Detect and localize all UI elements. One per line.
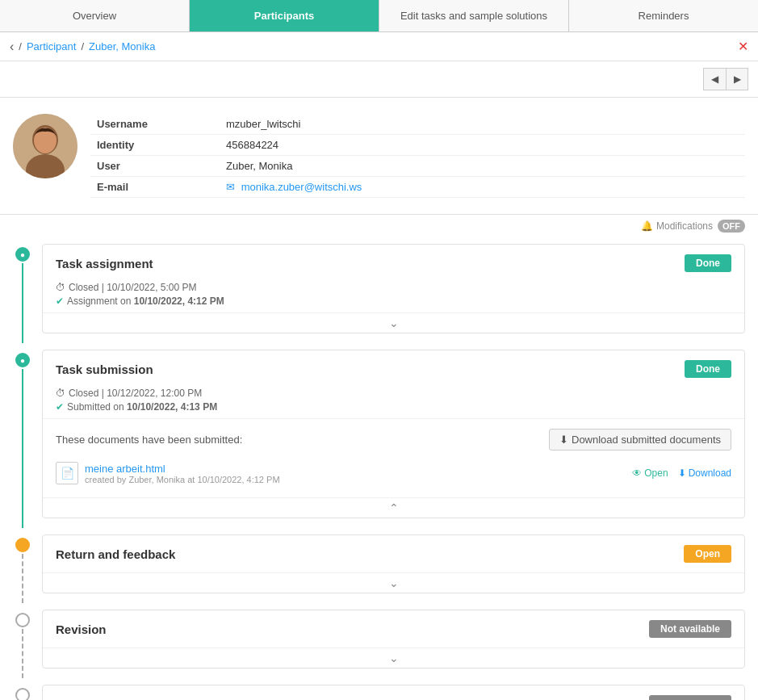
return-feedback-badge: Open: [684, 545, 731, 563]
modifications-label: Modifications: [656, 220, 713, 232]
return-feedback-card: Return and feedback Open ⌄: [42, 534, 745, 593]
return-feedback-header: Return and feedback Open: [43, 535, 744, 572]
timeline-line-submission: [22, 369, 23, 528]
revision-card: Revision Not available ⌄: [42, 610, 745, 669]
task-assignment-card: Task assignment Done ⏱ Closed | 10/10/20…: [42, 244, 745, 333]
meta-row-closed: ⏱ Closed | 10/10/2022, 5:00 PM: [56, 282, 731, 293]
tab-participants[interactable]: Participants: [190, 0, 379, 31]
task-submission-title: Task submission: [56, 363, 153, 376]
email-icon: ✉: [226, 181, 235, 193]
timeline-dot-feedback: [15, 538, 30, 552]
table-row: User Zuber, Monika: [90, 156, 745, 177]
email-cell: ✉ monika.zuber@witschi.ws: [220, 177, 745, 198]
download-label: Download: [689, 467, 731, 479]
breadcrumb-sep1: /: [19, 40, 22, 52]
modifications-bar: 🔔 Modifications OFF: [0, 215, 758, 237]
email-link[interactable]: monika.zuber@witschi.ws: [241, 181, 362, 193]
download-all-button[interactable]: ⬇ Download submitted documents: [549, 429, 731, 451]
file-name-link[interactable]: meine arbeit.html: [85, 463, 165, 475]
sample-solution-content: Sample solution Not available ⏱ Viewable…: [42, 678, 745, 700]
task-submission-collapse[interactable]: ⌃: [43, 497, 744, 518]
clock-icon-sub: ⏱: [56, 388, 65, 399]
user-info-section: Username mzuber_lwitschi Identity 456884…: [0, 98, 758, 215]
timeline-dot-assignment: ●: [15, 247, 30, 262]
eye-icon: 👁: [632, 467, 642, 479]
email-label: E-mail: [90, 177, 220, 198]
table-row: Username mzuber_lwitschi: [90, 114, 745, 135]
meta-row-assigned: ✔ Assignment on 10/10/2022, 4:12 PM: [56, 296, 731, 307]
return-feedback-collapse[interactable]: ⌄: [43, 572, 744, 593]
breadcrumb-back-icon[interactable]: ‹: [10, 40, 14, 54]
revision-content: Revision Not available ⌄: [42, 603, 745, 678]
meta-row-closed-sub: ⏱ Closed | 10/12/2022, 12:00 PM: [56, 388, 731, 399]
timeline-item-revision: Revision Not available ⌄: [13, 603, 745, 678]
breadcrumb-sep2: /: [81, 40, 84, 52]
avatar: [13, 114, 77, 178]
user-value: Zuber, Monika: [220, 156, 745, 177]
close-button[interactable]: ✕: [738, 39, 748, 54]
return-feedback-title: Return and feedback: [56, 547, 175, 561]
modifications-toggle[interactable]: OFF: [718, 220, 745, 233]
timeline-line-revision: [22, 629, 23, 678]
file-row: 📄 meine arbeit.html created by Zuber, Mo…: [56, 459, 731, 488]
check-icon-sub: ✔: [56, 401, 64, 413]
task-submission-closed: Closed | 10/12/2022, 12:00 PM: [69, 388, 202, 399]
file-info: meine arbeit.html created by Zuber, Moni…: [85, 463, 280, 484]
task-submission-badge: Done: [685, 360, 731, 378]
task-assignment-closed: Closed | 10/10/2022, 5:00 PM: [69, 282, 197, 293]
download-file-link[interactable]: ⬇ Download: [678, 467, 731, 479]
breadcrumb: ‹ / Participant / Zuber, Monika: [10, 40, 155, 54]
timeline-dot-submission: ●: [15, 353, 30, 367]
download-icon: ⬇: [559, 434, 568, 446]
timeline-line-feedback: [22, 554, 23, 603]
check-icon: ✔: [56, 296, 64, 307]
task-assignment-content: Task assignment Done ⏱ Closed | 10/10/20…: [42, 237, 745, 343]
task-submission-action: Submitted on 10/10/2022, 4:13 PM: [67, 401, 217, 413]
table-row: Identity 456884224: [90, 135, 745, 156]
next-button[interactable]: ▶: [726, 68, 748, 90]
timeline-item-task-assignment: ● Task assignment Done ⏱ Closed | 10/10/…: [13, 237, 745, 343]
timeline-left-revision: [13, 603, 32, 678]
timeline-left-feedback: [13, 528, 32, 603]
timeline-dot-revision: [15, 613, 30, 627]
timeline-item-task-submission: ● Task submission Done ⏱ Closed | 10/12/…: [13, 343, 745, 528]
meta-row-submitted: ✔ Submitted on 10/10/2022, 4:13 PM: [56, 401, 731, 413]
clock-icon: ⏱: [56, 282, 65, 293]
timeline-dot-sample: [15, 688, 30, 700]
tab-edit-tasks[interactable]: Edit tasks and sample solutions: [379, 0, 569, 31]
prev-button[interactable]: ◀: [703, 68, 726, 90]
timeline-item-sample-solution: Sample solution Not available ⏱ Viewable…: [13, 678, 745, 700]
sample-solution-title: Sample solution: [56, 698, 149, 701]
username-value: mzuber_lwitschi: [220, 114, 745, 135]
revision-badge: Not available: [649, 620, 731, 638]
breadcrumb-current: Zuber, Monika: [89, 40, 155, 52]
submitted-docs-section: These documents have been submitted: ⬇ D…: [43, 418, 744, 497]
user-label: User: [90, 156, 220, 177]
task-submission-content: Task submission Done ⏱ Closed | 10/12/20…: [42, 343, 745, 528]
file-actions: 👁 Open ⬇ Download: [632, 467, 731, 479]
timeline: ● Task assignment Done ⏱ Closed | 10/10/…: [0, 237, 758, 700]
top-nav: Overview Participants Edit tasks and sam…: [0, 0, 758, 32]
file-icon: 📄: [56, 462, 78, 484]
breadcrumb-parent[interactable]: Participant: [27, 40, 76, 52]
user-table: Username mzuber_lwitschi Identity 456884…: [90, 114, 745, 198]
revision-header: Revision Not available: [43, 610, 744, 648]
sample-solution-card: Sample solution Not available ⏱ Viewable…: [42, 685, 745, 700]
pagination-bar: ◀ ▶: [0, 61, 758, 98]
tab-reminders[interactable]: Reminders: [569, 0, 758, 31]
timeline-line-assignment: [22, 263, 23, 343]
revision-collapse[interactable]: ⌄: [43, 648, 744, 668]
username-label: Username: [90, 114, 220, 135]
task-submission-header: Task submission Done: [43, 350, 744, 388]
revision-title: Revision: [56, 622, 107, 636]
task-assignment-title: Task assignment: [56, 257, 153, 270]
open-file-link[interactable]: 👁 Open: [632, 467, 668, 479]
timeline-item-return-feedback: Return and feedback Open ⌄: [13, 528, 745, 603]
tab-overview[interactable]: Overview: [0, 0, 190, 31]
task-assignment-badge: Done: [685, 254, 731, 272]
task-submission-meta: ⏱ Closed | 10/12/2022, 12:00 PM ✔ Submit…: [43, 388, 744, 418]
identity-value: 456884224: [220, 135, 745, 156]
task-assignment-collapse[interactable]: ⌄: [43, 312, 744, 333]
timeline-left-submission: ●: [13, 343, 32, 528]
dl-icon: ⬇: [678, 467, 686, 479]
